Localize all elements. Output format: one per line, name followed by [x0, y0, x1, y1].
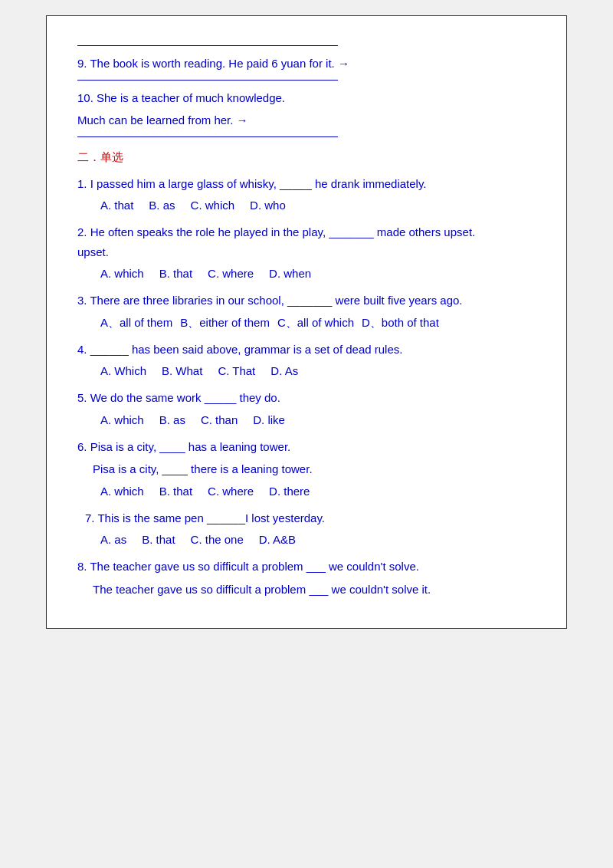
- option-2d: D. when: [269, 265, 311, 283]
- option-4a: A. Which: [100, 362, 146, 380]
- option-2c: C. where: [208, 265, 254, 283]
- option-4b: B. What: [162, 362, 202, 380]
- section-2-title: 二．单选: [77, 148, 536, 166]
- question-7: 7. This is the same pen ______I lost yes…: [77, 508, 536, 550]
- question-5-options: A. which B. as C. than D. like: [100, 411, 536, 429]
- option-3b: B、either of them: [180, 314, 270, 332]
- option-5a: A. which: [100, 411, 144, 429]
- question-3: 3. There are three libraries in our scho…: [77, 291, 536, 332]
- question-10: 10. She is a teacher of much knowledge. …: [77, 88, 536, 130]
- question-1-options: A. that B. as C. which D. who: [100, 196, 536, 215]
- option-6c: C. where: [208, 482, 254, 501]
- question-4: 4. ______ has been said above, grammar i…: [77, 340, 536, 381]
- question-1: 1. I passed him a large glass of whisky,…: [77, 174, 536, 215]
- question-8-sub: The teacher gave us so difficult a probl…: [93, 580, 536, 600]
- question-6: 6. Pisa is a city, ____ has a leaning to…: [77, 437, 536, 501]
- option-4d: D. As: [270, 362, 298, 380]
- option-2b: B. that: [159, 265, 192, 283]
- question-2: 2. He often speaks the role he played in…: [77, 222, 536, 283]
- option-6a: A. which: [100, 482, 144, 501]
- option-1d: D. who: [250, 196, 286, 215]
- document: 9. The book is worth reading. He paid 6 …: [46, 15, 567, 629]
- question-5: 5. We do the same work _____ they do. A.…: [77, 388, 536, 429]
- option-1b: B. as: [149, 196, 175, 215]
- question-7-options: A. as B. that C. the one D. A&B: [100, 531, 536, 549]
- question-10-text1: 10. She is a teacher of much knowledge.: [77, 88, 536, 108]
- option-7c: C. the one: [191, 531, 244, 549]
- question-7-text: 7. This is the same pen ______I lost yes…: [85, 508, 536, 528]
- option-5c: C. than: [201, 411, 238, 429]
- question-8: 8. The teacher gave us so difficult a pr…: [77, 557, 536, 599]
- option-5b: B. as: [159, 411, 185, 429]
- top-underline: [77, 45, 338, 46]
- question-8-text: 8. The teacher gave us so difficult a pr…: [77, 557, 536, 577]
- question-4-text: 4. ______ has been said above, grammar i…: [77, 340, 536, 360]
- page-container: 9. The book is worth reading. He paid 6 …: [0, 0, 613, 868]
- question-6-text: 6. Pisa is a city, ____ has a leaning to…: [77, 437, 536, 457]
- option-6d: D. there: [269, 482, 310, 501]
- question-10-text2: Much can be learned from her. →: [77, 110, 536, 130]
- question-3-text: 3. There are three libraries in our scho…: [77, 291, 536, 311]
- option-1c: C. which: [191, 196, 235, 215]
- question-2-text: 2. He often speaks the role he played in…: [77, 222, 536, 242]
- option-4c: C. That: [218, 362, 255, 380]
- option-6b: B. that: [159, 482, 192, 501]
- question-1-text: 1. I passed him a large glass of whisky,…: [77, 174, 536, 194]
- question-6-sub: Pisa is a city, ____ there is a leaning …: [93, 459, 536, 479]
- option-3a: A、all of them: [100, 314, 172, 332]
- option-3d: D、both of that: [362, 314, 439, 332]
- question-9: 9. The book is worth reading. He paid 6 …: [77, 54, 536, 74]
- question-3-options: A、all of them B、either of them C、all of …: [100, 314, 536, 332]
- question-4-options: A. Which B. What C. That D. As: [100, 362, 536, 380]
- option-7b: B. that: [142, 531, 175, 549]
- option-2a: A. which: [100, 265, 144, 283]
- q10-underline: [77, 136, 338, 137]
- option-7a: A. as: [100, 531, 126, 549]
- question-2-continuation: upset.: [77, 242, 536, 262]
- option-3c: C、all of which: [277, 314, 354, 332]
- question-2-options: A. which B. that C. where D. when: [100, 265, 536, 283]
- question-9-text: 9. The book is worth reading. He paid 6 …: [77, 54, 536, 74]
- q9-underline: [77, 80, 338, 81]
- option-5d: D. like: [253, 411, 285, 429]
- question-6-options: A. which B. that C. where D. there: [100, 482, 536, 501]
- option-7d: D. A&B: [259, 531, 296, 549]
- question-5-text: 5. We do the same work _____ they do.: [77, 388, 536, 408]
- option-1a: A. that: [100, 196, 133, 215]
